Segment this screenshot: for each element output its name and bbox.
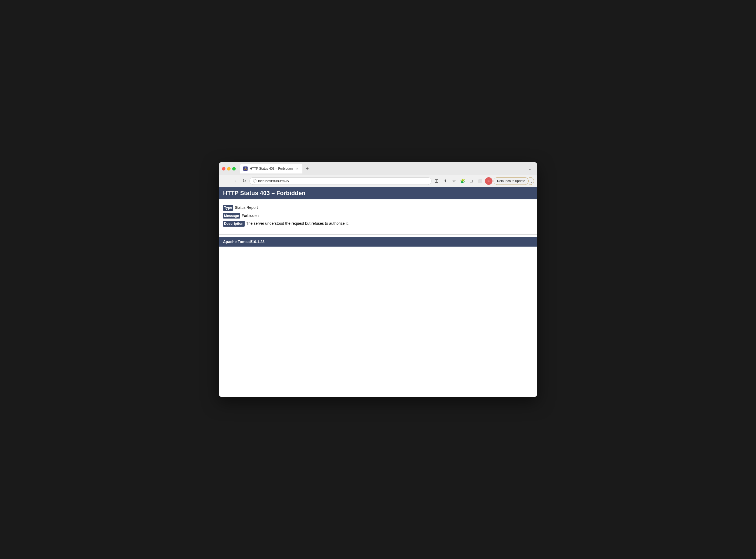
url-text: localhost:8080/mvc/ (258, 179, 289, 183)
nav-actions: ⚿ ⬆ ☆ 🧩 ⊟ ⬜ E Relaunch to update (433, 177, 534, 185)
tab-search-button[interactable]: ⊟ (468, 177, 475, 185)
browser-window: 🔒 HTTP Status 403 – Forbidden × + ⌄ ← → … (219, 162, 537, 397)
relaunch-label: Relaunch to update (497, 179, 525, 183)
message-row: Message Forbidden (223, 213, 533, 219)
message-value: Forbidden (242, 213, 259, 219)
type-row: Type Status Report (223, 205, 533, 211)
description-label: Description (223, 221, 245, 227)
page-body: Type Status Report Message Forbidden Des… (219, 199, 537, 232)
type-value: Status Report (235, 205, 258, 210)
new-tab-button[interactable]: + (303, 165, 311, 172)
tab-close-button[interactable]: × (295, 166, 299, 171)
reload-icon: ↻ (242, 178, 246, 183)
window-menu-button[interactable]: ⌄ (526, 165, 534, 172)
active-tab[interactable]: 🔒 HTTP Status 403 – Forbidden × (240, 164, 302, 174)
page-title: HTTP Status 403 – Forbidden (219, 187, 537, 199)
extensions-icon: 🧩 (460, 179, 465, 183)
nav-bar: ← → ↻ ⓘ localhost:8080/mvc/ ⚿ ⬆ ☆ 🧩 (219, 175, 537, 187)
sidebar-button[interactable]: ⬜ (476, 177, 484, 185)
maximize-button[interactable] (232, 167, 236, 171)
description-row: Description The server understood the re… (223, 221, 533, 227)
close-button[interactable] (222, 167, 225, 171)
share-button[interactable]: ⬆ (442, 177, 449, 185)
profile-button[interactable]: E (485, 177, 493, 185)
divider (219, 234, 537, 235)
url-security-icon: ⓘ (253, 179, 257, 183)
extensions-button[interactable]: 🧩 (459, 177, 467, 185)
minimize-button[interactable] (227, 167, 231, 171)
back-button[interactable]: ← (222, 177, 230, 185)
key-icon: ⚿ (435, 179, 439, 183)
tab-search-icon: ⊟ (470, 179, 473, 183)
forward-button[interactable]: → (231, 177, 239, 185)
page-content: HTTP Status 403 – Forbidden Type Status … (219, 187, 537, 397)
back-icon: ← (223, 179, 228, 183)
tab-title: HTTP Status 403 – Forbidden (250, 167, 293, 171)
traffic-lights (222, 167, 236, 171)
title-bar: 🔒 HTTP Status 403 – Forbidden × + ⌄ (219, 162, 537, 175)
title-bar-actions: ⌄ (526, 165, 534, 172)
tab-bar: 🔒 HTTP Status 403 – Forbidden × + (240, 164, 524, 174)
bookmark-icon: ☆ (452, 179, 456, 183)
type-label: Type (223, 205, 233, 211)
forward-icon: → (233, 179, 237, 183)
sidebar-icon: ⬜ (477, 179, 482, 183)
profile-label: E (488, 179, 490, 183)
description-value: The server understood the request but re… (246, 221, 349, 226)
message-label: Message (223, 213, 240, 219)
share-icon: ⬆ (444, 179, 447, 183)
key-icon-button[interactable]: ⚿ (433, 177, 441, 185)
relaunch-menu-button[interactable]: ⋮ (529, 177, 534, 185)
relaunch-button[interactable]: Relaunch to update (494, 177, 529, 185)
relaunch-menu-icon: ⋮ (530, 179, 533, 183)
address-bar[interactable]: ⓘ localhost:8080/mvc/ (250, 177, 431, 185)
tab-favicon: 🔒 (243, 166, 247, 171)
bookmark-button[interactable]: ☆ (450, 177, 458, 185)
reload-button[interactable]: ↻ (240, 177, 248, 185)
page-footer: Apache Tomcat/10.1.23 (219, 237, 537, 247)
